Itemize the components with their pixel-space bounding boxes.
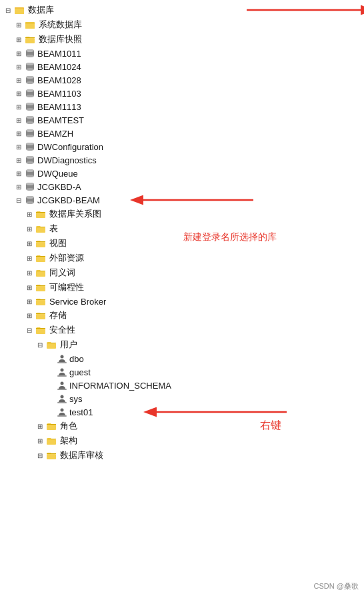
tree-item-svcbroker[interactable]: ⊞ Service Broker bbox=[0, 295, 364, 308]
expander-snapshot[interactable]: ⊞ bbox=[13, 34, 24, 45]
db-icon-dwconfig bbox=[25, 142, 35, 151]
tree-item-prog[interactable]: ⊞ 可编程性 bbox=[0, 280, 364, 295]
folder-icon-views bbox=[36, 239, 47, 248]
expander-dwdiag[interactable]: ⊞ bbox=[13, 155, 24, 165]
tree-item-dwdiag[interactable]: ⊞ DWDiagnostics bbox=[0, 153, 364, 167]
expander-views[interactable]: ⊞ bbox=[24, 238, 35, 249]
db-icon-beamtest bbox=[25, 115, 35, 125]
tree-item-security[interactable]: ⊟ 安全性 bbox=[0, 323, 364, 337]
expander-databases[interactable]: ⊟ bbox=[3, 5, 13, 15]
svg-point-50 bbox=[26, 188, 34, 191]
tree-item-views[interactable]: ⊞ 视图 bbox=[0, 236, 364, 251]
tree-item-schemas[interactable]: ⊞ 架构 bbox=[0, 433, 364, 448]
expander-sysdb[interactable]: ⊞ bbox=[13, 19, 24, 30]
expander-roles[interactable]: ⊞ bbox=[35, 421, 45, 431]
users-label: 用户 bbox=[60, 339, 77, 351]
expander-beam1011[interactable]: ⊞ bbox=[13, 48, 24, 59]
expander-beam1103[interactable]: ⊞ bbox=[13, 88, 24, 99]
svg-rect-73 bbox=[36, 328, 45, 329]
databases-root-label: 数据库 bbox=[28, 4, 54, 16]
svg-point-14 bbox=[26, 68, 34, 71]
tree-item-infoschema[interactable]: ⊞ INFORMATION_SCHEMA bbox=[0, 379, 364, 392]
expander-synonyms[interactable]: ⊞ bbox=[24, 267, 35, 278]
expander-svcbroker[interactable]: ⊞ bbox=[24, 296, 35, 307]
tree-item-more[interactable]: ⊟ 数据库审核 bbox=[0, 448, 364, 463]
expander-jcgkbda[interactable]: ⊞ bbox=[13, 181, 24, 192]
db-icon-beam1028 bbox=[25, 75, 35, 85]
folder-icon-databases bbox=[15, 5, 25, 15]
schemas-label: 架构 bbox=[60, 435, 77, 447]
tables-label: 表 bbox=[49, 223, 58, 235]
expander-beam1024[interactable]: ⊞ bbox=[13, 61, 24, 72]
beamtest-label: BEAMTEST bbox=[37, 115, 84, 125]
expander-extres[interactable]: ⊞ bbox=[24, 253, 35, 263]
expander-beam1028[interactable]: ⊞ bbox=[13, 75, 24, 85]
tree-item-beam1113[interactable]: ⊞ BEAM1113 bbox=[0, 100, 364, 113]
expander-beam1113[interactable]: ⊞ bbox=[13, 101, 24, 112]
roles-label: 角色 bbox=[60, 420, 77, 432]
expander-prog[interactable]: ⊞ bbox=[24, 282, 35, 293]
expander-beamzh[interactable]: ⊞ bbox=[13, 128, 24, 139]
tree-item-extres[interactable]: ⊞ 外部资源 bbox=[0, 251, 364, 265]
expander-dwqueue[interactable]: ⊞ bbox=[13, 168, 24, 179]
tree-item-test01[interactable]: ⊞ test01 bbox=[0, 405, 364, 419]
expander-tables[interactable]: ⊞ bbox=[24, 223, 35, 234]
expander-more[interactable]: ⊟ bbox=[35, 450, 45, 461]
tree-item-dwqueue[interactable]: ⊞ DWQueue bbox=[0, 167, 364, 180]
tree-item-beam1028[interactable]: ⊞ BEAM1028 bbox=[0, 73, 364, 87]
tree-item-tables[interactable]: ⊞ 表 bbox=[0, 221, 364, 236]
svg-rect-2 bbox=[15, 9, 24, 14]
tree-item-dbrel[interactable]: ⊞ 数据库关系图 bbox=[0, 207, 364, 221]
db-icon-jcgkbdbeam bbox=[25, 195, 35, 205]
tree-item-beam1103[interactable]: ⊞ BEAM1103 bbox=[0, 87, 364, 100]
db-icon-beam1024 bbox=[25, 62, 35, 71]
tree-item-jcgkbda[interactable]: ⊞ JCGKBD-A bbox=[0, 180, 364, 193]
tree-item-jcgkbdbeam[interactable]: ⊟ JCGKBD-BEAM bbox=[0, 193, 364, 207]
svg-point-80 bbox=[61, 382, 64, 385]
expander-schemas[interactable]: ⊞ bbox=[35, 435, 45, 446]
svg-point-19 bbox=[26, 76, 34, 79]
expander-security[interactable]: ⊟ bbox=[24, 325, 35, 335]
expander-users[interactable]: ⊟ bbox=[35, 339, 45, 350]
tree-item-sys[interactable]: ⊞ sys bbox=[0, 392, 364, 405]
svg-rect-66 bbox=[36, 286, 45, 291]
expander-dwconfig[interactable]: ⊞ bbox=[13, 141, 24, 152]
views-label: 视图 bbox=[49, 237, 67, 249]
tree-item-roles[interactable]: ⊞ 角色 bbox=[0, 419, 364, 433]
folder-icon-schemas bbox=[47, 436, 57, 445]
folder-icon-sysdb bbox=[25, 20, 36, 29]
svg-point-46 bbox=[26, 175, 34, 177]
svg-rect-58 bbox=[36, 227, 45, 233]
db-icon-beam1011 bbox=[25, 49, 35, 58]
expander-beamtest[interactable]: ⊞ bbox=[13, 115, 24, 125]
tree-item-beam1024[interactable]: ⊞ BEAM1024 bbox=[0, 60, 364, 73]
expander-test01: ⊞ bbox=[45, 407, 56, 417]
test01-label: test01 bbox=[69, 407, 93, 417]
tree-item-sysdb[interactable]: ⊞ 系统数据库 bbox=[0, 17, 364, 32]
tree-item-beamzh[interactable]: ⊞ BEAMZH bbox=[0, 127, 364, 140]
tree-item-beamtest[interactable]: ⊞ BEAMTEST bbox=[0, 113, 364, 127]
svg-rect-63 bbox=[36, 256, 45, 257]
expander-jcgkbdbeam[interactable]: ⊟ bbox=[13, 195, 24, 205]
svg-point-51 bbox=[26, 183, 34, 185]
svg-rect-75 bbox=[47, 343, 56, 343]
tree-item-snapshot[interactable]: ⊞ 数据库快照 bbox=[0, 32, 364, 47]
tree-item-dwconfig[interactable]: ⊞ DWConfiguration bbox=[0, 140, 364, 153]
beam1011-label: BEAM1011 bbox=[37, 49, 81, 59]
tree-item-databases-root[interactable]: ⊟ 数据库 bbox=[0, 3, 364, 17]
svg-point-22 bbox=[26, 95, 34, 97]
expander-storage[interactable]: ⊞ bbox=[24, 310, 35, 321]
tree-item-beam1011[interactable]: ⊞ BEAM1011 bbox=[0, 47, 364, 60]
sys-label: sys bbox=[69, 394, 83, 404]
user-icon-dbo bbox=[57, 354, 67, 363]
svg-rect-61 bbox=[36, 241, 45, 242]
tree-item-users[interactable]: ⊟ 用户 bbox=[0, 337, 364, 352]
tree-item-dbo[interactable]: ⊞ dbo bbox=[0, 352, 364, 365]
tree-item-guest[interactable]: ⊞ guest bbox=[0, 365, 364, 379]
expander-dbrel[interactable]: ⊞ bbox=[24, 209, 35, 219]
svg-rect-57 bbox=[36, 212, 45, 213]
tree-container: ⊟ 数据库 ⊞ 系统数据库 ⊞ bbox=[0, 0, 364, 594]
tree-item-synonyms[interactable]: ⊞ 同义词 bbox=[0, 265, 364, 280]
tree-item-storage[interactable]: ⊞ 存储 bbox=[0, 308, 364, 323]
beam1024-label: BEAM1024 bbox=[37, 62, 81, 72]
